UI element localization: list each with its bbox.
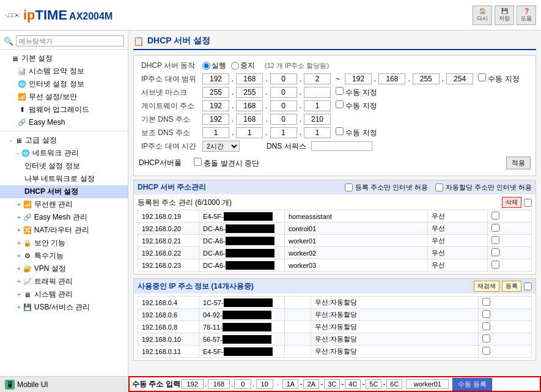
sidebar-item-system-summary[interactable]: 📊 시스템 요약 정보 <box>0 65 128 78</box>
dns-p-2[interactable] <box>236 114 263 125</box>
sidebar-item-traffic-mgmt[interactable]: + 📈 트래픽 관리 <box>0 275 128 288</box>
sidebar-item-advanced-settings[interactable]: - 🖥 고급 설정 <box>0 134 128 147</box>
home-button[interactable]: 🏠 다시 <box>473 6 492 25</box>
sidebar-item-internet-info[interactable]: 인터넷 설정 정보 <box>0 160 128 172</box>
manual-mac-2[interactable] <box>303 379 319 389</box>
manual-mac-1[interactable] <box>282 379 298 389</box>
sidebar-item-system-mgmt[interactable]: + 🖥 시스템 관리 <box>0 288 128 301</box>
sidebar-item-wireless-mgmt[interactable]: + 📶 무선랜 관리 <box>0 198 128 211</box>
manual-mac-5[interactable] <box>366 379 381 389</box>
recheck-button[interactable]: 재검색 <box>474 281 499 292</box>
ip-range-label: IP주소 대여 범위 <box>139 72 200 86</box>
sidebar-item-nat-router[interactable]: + 🔀 NAT/라우터 관리 <box>0 224 128 237</box>
inuse-row-check[interactable] <box>482 310 490 318</box>
reg-mac: DC-A6- <box>199 259 285 272</box>
reg-row-check[interactable] <box>491 212 499 220</box>
gateway-1[interactable] <box>202 100 229 111</box>
system-summary-icon: 📊 <box>17 67 27 76</box>
manual-ip-2[interactable] <box>208 379 230 389</box>
apply-button[interactable]: 적용 <box>506 157 531 169</box>
inuse-row-check[interactable] <box>482 347 490 355</box>
delete-button[interactable]: 삭제 <box>502 197 521 208</box>
reg-hostname: homeassistant <box>285 210 428 223</box>
sidebar-item-firmware[interactable]: ⬆ 펌웨어 업그레이드 <box>0 103 128 116</box>
sidebar-item-special-func[interactable]: + ⚙ 특수기능 <box>0 250 128 262</box>
lease-time-select[interactable]: 2시간 4시간 8시간 24시간 <box>202 141 240 152</box>
gateway-4[interactable] <box>304 100 331 111</box>
ip-end-3[interactable] <box>413 73 440 84</box>
subnet-3[interactable] <box>270 87 297 98</box>
gateway-manual-check[interactable] <box>336 100 344 108</box>
reg-row-check[interactable] <box>491 224 499 232</box>
internal-network-label: 나부 네트워크로 설정 <box>24 174 95 184</box>
inuse-mac: E4-5F- <box>199 346 285 358</box>
gateway-2[interactable] <box>236 100 263 111</box>
subnet-2[interactable] <box>236 87 263 98</box>
manual-hostname[interactable] <box>406 379 449 389</box>
manual-assign-check[interactable] <box>478 73 486 81</box>
subnet-manual-check[interactable] <box>336 87 344 95</box>
help-button[interactable]: ❓ 도움 <box>517 6 536 25</box>
dns-s-4[interactable] <box>304 127 331 138</box>
sidebar-item-dhcp-server[interactable]: DHCP 서버 설정 <box>0 185 128 198</box>
manual-ip-4[interactable] <box>256 379 273 389</box>
sidebar-item-basic-settings[interactable]: 🖥 기본 설정 <box>0 52 128 65</box>
sidebar-item-security[interactable]: + 🔒 보안 기능 <box>0 237 128 250</box>
table-row: 192.168.0.19 E4-5F- homeassistant 우선 <box>138 210 532 223</box>
dns-suffix-input[interactable] <box>311 141 372 151</box>
inuse-row-check[interactable] <box>482 322 490 330</box>
ip-end-4[interactable] <box>446 73 473 84</box>
manual-mac-4[interactable] <box>345 379 361 389</box>
internet-allow-check[interactable] <box>345 183 353 191</box>
reg-type: 우선 <box>427 259 487 272</box>
inuse-row-check[interactable] <box>482 335 490 342</box>
ip-start-3[interactable] <box>270 73 297 84</box>
dns-s-2[interactable] <box>236 127 263 138</box>
dns-p-3[interactable] <box>270 114 297 125</box>
subnet-4[interactable] <box>304 87 331 98</box>
ip-start-4[interactable] <box>304 73 331 84</box>
table-row: 192.168.0.8 78-11- 우선:자동할당 <box>138 321 532 333</box>
collision-stop-check[interactable] <box>194 158 202 166</box>
sidebar-item-easy-mesh[interactable]: 🔗 Easy Mesh <box>0 116 128 128</box>
stop-radio-label[interactable]: 중지 <box>231 61 255 71</box>
subnet-1[interactable] <box>202 87 229 98</box>
dns-s-3[interactable] <box>270 127 297 138</box>
in-use-count: 14개사용중 <box>213 282 251 290</box>
sidebar-item-network-mgmt[interactable]: - 🌐 네트워크 관리 <box>0 147 128 160</box>
sidebar-item-vpn[interactable]: + 🔐 VPN 설정 <box>0 262 128 275</box>
ip-start-2[interactable] <box>236 73 263 84</box>
dns-p-1[interactable] <box>202 114 229 125</box>
manual-mac-6[interactable] <box>386 379 402 389</box>
ip-end-1[interactable] <box>345 73 372 84</box>
run-radio-label[interactable]: 실행 <box>202 61 226 71</box>
manual-ip-3[interactable] <box>234 379 251 389</box>
save-button[interactable]: 💾 저장 <box>495 6 514 25</box>
select-all-inuse[interactable] <box>524 283 532 290</box>
sidebar-item-internet-settings[interactable]: 🌐 인터넷 설정 정보 <box>0 78 128 91</box>
select-all-registered[interactable] <box>524 199 532 207</box>
dns-p-4[interactable] <box>304 114 331 125</box>
run-radio[interactable] <box>202 62 210 70</box>
manual-ip-1[interactable] <box>182 379 204 389</box>
search-input[interactable] <box>16 35 124 46</box>
auto-assign-check[interactable] <box>435 183 443 191</box>
ip-end-2[interactable] <box>378 73 405 84</box>
sidebar-item-usb-service[interactable]: + 💾 USB/서비스 관리 <box>0 301 128 314</box>
mobile-ui-button[interactable]: 📱 Mobile UI <box>0 376 128 392</box>
sidebar-item-easy-mesh-mgmt[interactable]: + 🔗 Easy Mesh 관리 <box>0 211 128 224</box>
reg-row-check[interactable] <box>491 236 499 244</box>
ip-start-1[interactable] <box>202 73 229 84</box>
reg-row-check[interactable] <box>491 261 499 268</box>
manual-mac-3[interactable] <box>324 379 340 389</box>
reg-row-check[interactable] <box>491 248 499 256</box>
manual-register-button[interactable]: 수동 등록 <box>452 378 492 391</box>
stop-radio[interactable] <box>231 62 239 70</box>
sidebar-item-wireless-security[interactable]: 📶 무선 설정/보안 <box>0 91 128 103</box>
inuse-row-check[interactable] <box>482 298 490 306</box>
inuse-register-button[interactable]: 등록 <box>502 281 521 292</box>
gateway-3[interactable] <box>270 100 297 111</box>
sidebar-item-internal-network[interactable]: 나부 네트워크로 설정 <box>0 172 128 185</box>
dns-s-1[interactable] <box>202 127 229 138</box>
dns-manual-check[interactable] <box>336 127 344 135</box>
